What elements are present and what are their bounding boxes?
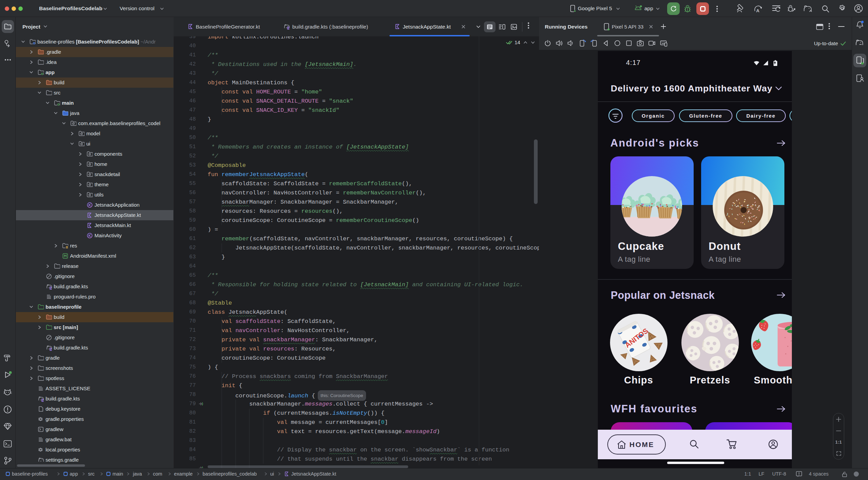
svg-text:A: A (756, 8, 760, 13)
